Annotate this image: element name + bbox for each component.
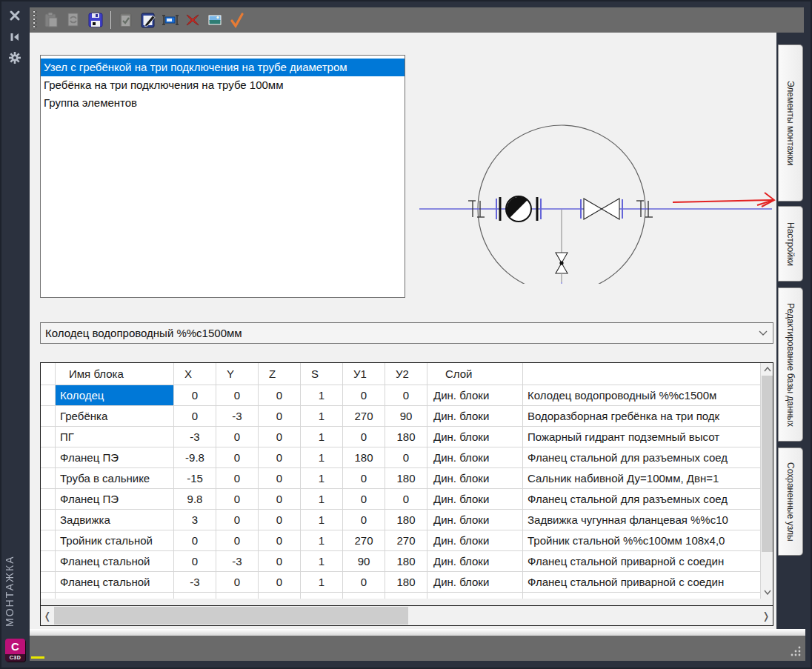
cell-name[interactable]: Гребёнка — [56, 406, 174, 427]
cell-layer[interactable]: Дин. блоки — [427, 385, 523, 406]
cell-s[interactable]: 1 — [301, 530, 343, 551]
cell-z[interactable]: 0 — [259, 447, 301, 468]
cell-z[interactable]: 0 — [259, 427, 301, 447]
cell-desc[interactable]: Фланец стальной приварной с соедин — [523, 551, 760, 572]
cell-y[interactable]: 0 — [216, 489, 259, 510]
apply-icon[interactable] — [227, 10, 247, 30]
image-icon[interactable] — [204, 10, 225, 30]
cell-name[interactable]: Колодец — [56, 385, 174, 406]
cell-s[interactable]: 1 — [301, 427, 343, 447]
cell-u1[interactable]: 270 — [343, 406, 385, 427]
cell-desc[interactable]: Фланец стальной для разъемных соед — [523, 447, 760, 468]
cell-u2[interactable]: 180 — [385, 427, 427, 447]
row-selector[interactable] — [41, 468, 56, 489]
cell-x[interactable]: 9.8 — [174, 489, 216, 510]
cell-desc[interactable]: Фланец стальной для разъемных соед — [523, 489, 760, 510]
cell-u1[interactable]: 180 — [343, 447, 385, 468]
cell-desc[interactable]: Водоразборная гребёнка на три подк — [523, 406, 760, 427]
tab-4[interactable]: Сохраненные узлы — [778, 447, 803, 556]
cell-u1[interactable]: 0 — [343, 468, 385, 489]
cell-u2[interactable]: 0 — [385, 385, 427, 406]
cell-u2[interactable]: 180 — [385, 572, 427, 593]
cell-s[interactable]: 1 — [301, 406, 343, 427]
list-item[interactable]: Гребёнка на три подключения на трубе 100… — [41, 76, 405, 94]
cell-layer[interactable]: Дин. блоки — [427, 551, 523, 572]
cell-layer[interactable]: Дин. блоки — [427, 406, 523, 427]
row-selector[interactable] — [41, 572, 56, 593]
scroll-up-icon[interactable] — [761, 363, 773, 376]
row-selector[interactable] — [41, 530, 56, 551]
cell-x[interactable]: 0 — [174, 385, 216, 406]
cell-layer[interactable]: Дин. блоки — [427, 468, 523, 489]
cell-layer[interactable]: Дин. блоки — [427, 489, 523, 510]
cell-y[interactable]: -3 — [216, 551, 259, 572]
block-dropdown[interactable]: Колодец водопроводный %%с1500мм — [40, 322, 773, 344]
cell-u2[interactable]: 180 — [385, 510, 427, 530]
cell-name[interactable]: Фланец стальной — [56, 551, 174, 572]
cell-layer[interactable]: Дин. блоки — [427, 510, 523, 530]
delete-icon[interactable] — [182, 10, 203, 30]
cell-y[interactable]: 0 — [216, 530, 259, 551]
row-selector[interactable] — [41, 427, 56, 447]
cell-name[interactable]: Фланец ПЭ — [56, 447, 174, 468]
cell-u2[interactable]: 180 — [385, 551, 427, 572]
vertical-scroll-thumb[interactable] — [762, 376, 773, 552]
checklist-icon[interactable] — [116, 10, 136, 30]
cell-z[interactable]: 0 — [259, 572, 301, 593]
cell-name[interactable]: Фланец ПЭ — [56, 489, 174, 510]
cell-layer[interactable]: Дин. блоки — [427, 427, 523, 447]
cell-y[interactable]: -3 — [216, 406, 259, 427]
cell-y[interactable]: 0 — [216, 572, 259, 593]
cell-u1[interactable]: 0 — [343, 427, 385, 447]
cell-x[interactable]: 0 — [174, 406, 216, 427]
scroll-down-icon[interactable] — [761, 586, 773, 599]
save-icon[interactable] — [85, 10, 106, 30]
scroll-right-icon[interactable]: ❭ — [759, 606, 773, 625]
cell-x[interactable]: -3 — [174, 572, 216, 593]
cell-name[interactable]: ПГ — [56, 427, 174, 447]
cell-x[interactable]: -15 — [174, 468, 216, 489]
settings-icon[interactable] — [7, 50, 22, 65]
horizontal-scroll-thumb[interactable] — [54, 607, 408, 625]
cell-z[interactable]: 0 — [259, 551, 301, 572]
close-icon[interactable] — [7, 8, 22, 23]
refresh-icon[interactable] — [63, 10, 84, 30]
list-item[interactable]: Узел с гребёнкой на три подключения на т… — [41, 59, 405, 76]
cell-desc[interactable]: Пожарный гидрант подземный высот — [523, 427, 760, 447]
cell-z[interactable]: 0 — [259, 406, 301, 427]
cell-name[interactable]: Труба в сальнике — [56, 468, 174, 489]
cell-desc[interactable]: Колодец водопроводный %%с1500м — [523, 385, 760, 406]
cell-u2[interactable]: 0 — [385, 489, 427, 510]
cell-x[interactable]: 3 — [174, 510, 216, 530]
cell-u2[interactable]: 90 — [385, 406, 427, 427]
cell-u1[interactable]: 0 — [343, 489, 385, 510]
cell-z[interactable]: 0 — [259, 530, 301, 551]
cell-y[interactable]: 0 — [216, 510, 259, 530]
text-field-icon[interactable] — [160, 10, 181, 30]
cell-u2[interactable]: 270 — [385, 530, 427, 551]
cell-y[interactable]: 0 — [216, 447, 259, 468]
row-selector[interactable] — [41, 489, 56, 510]
row-selector[interactable] — [41, 385, 56, 406]
cell-s[interactable]: 1 — [301, 468, 343, 489]
toolbar-grip[interactable] — [33, 10, 37, 30]
cell-name[interactable]: Задвижка — [56, 510, 174, 530]
resize-grip[interactable] — [789, 645, 802, 658]
row-selector[interactable] — [41, 447, 56, 468]
row-selector[interactable] — [41, 510, 56, 530]
cell-z[interactable]: 0 — [259, 489, 301, 510]
cell-s[interactable]: 1 — [301, 572, 343, 593]
cell-desc[interactable]: Фланец стальной приварной с соедин — [523, 572, 760, 593]
cell-s[interactable]: 1 — [301, 447, 343, 468]
cell-u1[interactable]: 270 — [343, 530, 385, 551]
cell-u1[interactable]: 0 — [343, 510, 385, 530]
cell-name[interactable]: Фланец стальной — [56, 572, 174, 593]
tab-2[interactable]: Настройки — [778, 206, 803, 282]
cell-u1[interactable]: 90 — [343, 551, 385, 572]
cell-s[interactable]: 1 — [301, 510, 343, 530]
paste-icon[interactable] — [41, 10, 61, 30]
cell-u2[interactable]: 180 — [385, 468, 427, 489]
cell-x[interactable]: -9.8 — [174, 447, 216, 468]
vertical-scrollbar[interactable] — [760, 363, 773, 599]
cell-y[interactable]: 0 — [216, 427, 259, 447]
